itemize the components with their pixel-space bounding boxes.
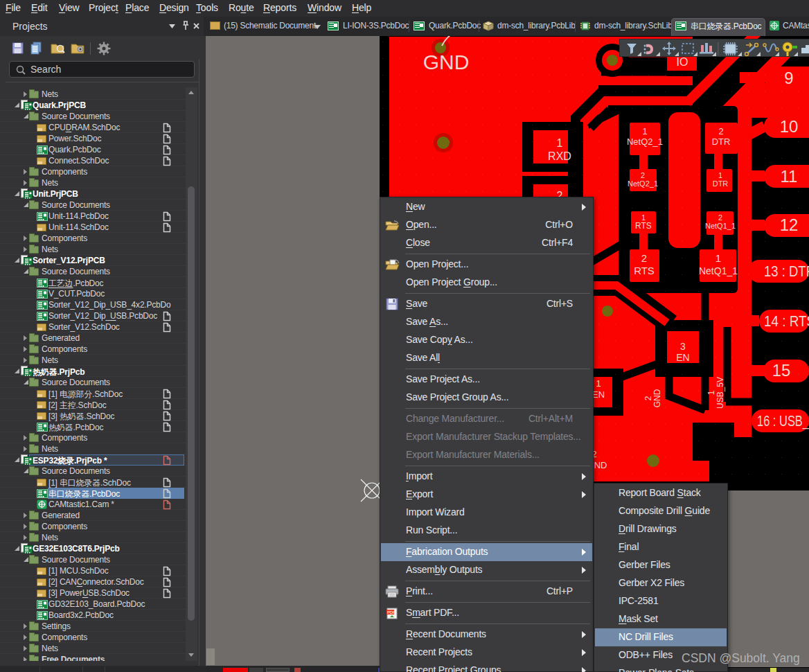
svg-text:1: 1 bbox=[596, 378, 601, 389]
svg-text:1: 1 bbox=[642, 126, 647, 136]
svg-text:NetQ2_1: NetQ2_1 bbox=[628, 179, 658, 188]
svg-text:1: 1 bbox=[715, 252, 721, 264]
svg-text:2: 2 bbox=[641, 252, 647, 264]
svg-text:2: 2 bbox=[718, 126, 723, 136]
svg-text:1: 1 bbox=[718, 171, 722, 179]
svg-text:RTS: RTS bbox=[635, 221, 652, 231]
svg-text:10: 10 bbox=[780, 117, 799, 136]
svg-text:15: 15 bbox=[772, 361, 791, 380]
svg-text:2: 2 bbox=[718, 213, 722, 222]
svg-text:13 : DTR: 13 : DTR bbox=[764, 263, 809, 280]
svg-text:1: 1 bbox=[706, 390, 716, 395]
svg-text:16 : USB_: 16 : USB_ bbox=[757, 412, 809, 430]
svg-text:EN: EN bbox=[676, 352, 689, 363]
svg-text:DTR: DTR bbox=[712, 136, 731, 147]
svg-text:GND: GND bbox=[652, 389, 662, 407]
svg-text:3: 3 bbox=[680, 341, 686, 352]
svg-text:14 : RTS: 14 : RTS bbox=[764, 312, 809, 330]
svg-text:1: 1 bbox=[557, 137, 563, 149]
svg-text:RXD: RXD bbox=[548, 150, 571, 162]
svg-text:RTS: RTS bbox=[634, 265, 655, 276]
svg-text:USB_5V: USB_5V bbox=[715, 377, 725, 409]
svg-text:9: 9 bbox=[784, 69, 793, 87]
svg-text:2: 2 bbox=[641, 171, 645, 179]
svg-text:PDF: PDF bbox=[387, 610, 395, 614]
svg-text:NetQ1_1: NetQ1_1 bbox=[705, 222, 736, 230]
svg-text:DTR: DTR bbox=[713, 179, 729, 188]
svg-text:2: 2 bbox=[643, 396, 653, 400]
svg-text:11: 11 bbox=[781, 167, 798, 186]
svg-text:12: 12 bbox=[780, 215, 799, 234]
svg-text:GND: GND bbox=[423, 51, 470, 73]
